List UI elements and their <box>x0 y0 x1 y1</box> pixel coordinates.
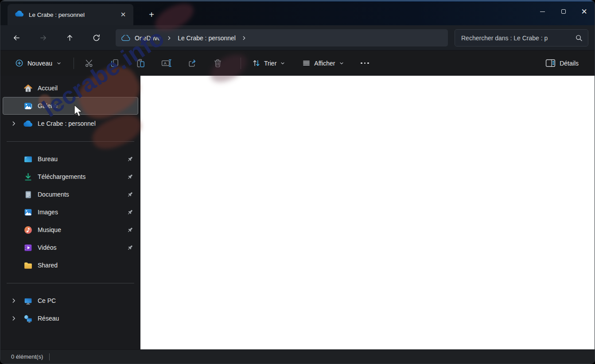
sidebar-separator <box>7 283 134 283</box>
sidebar-item-label: Réseau <box>38 315 59 322</box>
trash-icon <box>213 58 222 68</box>
copy-button[interactable] <box>106 55 124 71</box>
view-lines-icon <box>302 59 311 67</box>
sidebar-item-this-pc[interactable]: Ce PC <box>3 292 138 310</box>
sidebar-item-downloads[interactable]: Téléchargements <box>3 168 138 186</box>
refresh-icon <box>92 34 101 42</box>
up-button[interactable] <box>60 29 79 46</box>
navigation-bar: OneDrive Le Crabe : personnel <box>0 25 595 50</box>
this-pc-icon <box>23 296 33 306</box>
content-area: Accueil Galerie Le Crabe : personnel <box>0 76 595 349</box>
maximize-button[interactable] <box>553 0 574 23</box>
close-icon: ✕ <box>581 8 587 15</box>
breadcrumb-item-onedrive[interactable]: OneDrive <box>135 35 161 42</box>
sidebar-item-documents[interactable]: Documents <box>3 186 138 203</box>
delete-button[interactable] <box>209 55 226 71</box>
back-arrow-icon <box>12 34 21 42</box>
sidebar-item-label: Accueil <box>38 85 58 92</box>
toolbar-divider <box>241 58 241 69</box>
details-button-label: Détails <box>560 60 579 67</box>
sidebar-item-label: Galerie <box>38 102 58 109</box>
toolbar-divider <box>74 58 74 69</box>
status-bar: 0 élément(s) <box>0 349 595 364</box>
sidebar-item-label: Téléchargements <box>38 173 86 180</box>
details-pane-button[interactable]: Détails <box>541 56 583 70</box>
forward-button[interactable] <box>33 29 53 46</box>
svg-text:A: A <box>163 61 167 66</box>
window-top-border <box>0 0 595 1</box>
sidebar-item-label: Documents <box>38 191 69 198</box>
cut-button[interactable] <box>80 55 98 71</box>
sidebar-item-gallery[interactable]: Galerie <box>3 97 138 115</box>
breadcrumb-chevron-icon[interactable] <box>241 35 247 41</box>
sidebar-item-label: Musique <box>38 226 61 233</box>
chevron-down-icon <box>56 61 62 66</box>
share-icon <box>187 58 197 68</box>
search-box <box>455 29 588 46</box>
new-plus-icon <box>15 59 23 67</box>
paste-button[interactable] <box>132 55 149 71</box>
tab-close-icon[interactable]: ✕ <box>117 9 129 20</box>
rename-icon: A <box>161 58 171 68</box>
sort-arrows-icon <box>252 59 261 67</box>
cut-icon <box>85 58 94 68</box>
chevron-down-icon <box>339 61 344 66</box>
more-options-button[interactable] <box>356 55 374 71</box>
pin-icon <box>127 191 133 198</box>
breadcrumb-chevron-icon[interactable] <box>166 35 172 41</box>
tab-bar: Le Crabe : personnel ✕ + ✕ <box>0 0 595 25</box>
breadcrumb-item-current-folder[interactable]: Le Crabe : personnel <box>178 35 236 42</box>
chevron-right-icon[interactable] <box>9 315 18 321</box>
sidebar-item-onedrive[interactable]: Le Crabe : personnel <box>3 115 138 132</box>
view-button[interactable]: Afficher <box>297 56 349 70</box>
minimize-icon <box>540 12 545 12</box>
chevron-down-icon <box>280 61 285 66</box>
explorer-tab[interactable]: Le Crabe : personnel ✕ <box>8 4 133 25</box>
sidebar-separator <box>7 141 134 142</box>
share-button[interactable] <box>183 55 201 71</box>
refresh-button[interactable] <box>86 29 106 46</box>
details-pane-icon <box>545 59 556 67</box>
status-divider <box>49 353 50 360</box>
rename-button[interactable]: A <box>157 55 175 71</box>
pin-icon <box>127 209 133 216</box>
up-arrow-icon <box>66 34 74 42</box>
home-icon <box>23 83 33 93</box>
sidebar-item-desktop[interactable]: Bureau <box>3 150 138 168</box>
pictures-icon <box>23 207 33 217</box>
sidebar-item-home[interactable]: Accueil <box>3 79 138 97</box>
items-count: 0 élément(s) <box>11 353 43 360</box>
pin-icon <box>127 227 133 233</box>
chevron-right-icon[interactable] <box>9 298 18 304</box>
folder-icon <box>23 260 33 270</box>
music-icon <box>23 225 33 235</box>
chevron-right-icon[interactable] <box>9 120 18 127</box>
sidebar-item-pictures[interactable]: Images <box>3 203 138 221</box>
paste-icon <box>136 58 145 68</box>
sort-button-label: Trier <box>264 60 276 67</box>
breadcrumb: OneDrive Le Crabe : personnel <box>116 29 448 46</box>
sidebar-item-label: Ce PC <box>38 297 56 304</box>
pin-icon <box>127 174 133 180</box>
sidebar: Accueil Galerie Le Crabe : personnel <box>0 76 140 349</box>
search-input[interactable] <box>461 35 575 42</box>
back-button[interactable] <box>7 29 26 46</box>
network-icon <box>23 314 33 323</box>
minimize-button[interactable] <box>532 0 553 23</box>
sidebar-item-videos[interactable]: Vidéos <box>3 239 138 256</box>
sidebar-item-label: Le Crabe : personnel <box>38 120 96 127</box>
window-controls: ✕ <box>532 0 595 23</box>
new-button[interactable]: Nouveau <box>9 56 67 70</box>
tab-title: Le Crabe : personnel <box>29 12 117 18</box>
sort-button[interactable]: Trier <box>247 56 290 70</box>
folder-contents-area[interactable] <box>140 76 595 349</box>
gallery-icon <box>23 101 33 111</box>
sidebar-item-shared[interactable]: Shared <box>3 256 138 274</box>
sidebar-item-music[interactable]: Musique <box>3 221 138 239</box>
view-button-label: Afficher <box>314 60 335 67</box>
sidebar-item-network[interactable]: Réseau <box>3 310 138 327</box>
close-button[interactable]: ✕ <box>574 0 595 23</box>
search-icon[interactable] <box>575 34 583 42</box>
maximize-icon <box>561 9 566 14</box>
new-tab-button[interactable]: + <box>145 8 158 21</box>
